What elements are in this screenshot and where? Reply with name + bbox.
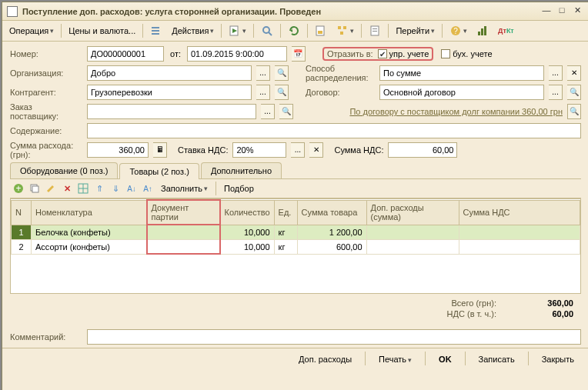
save-button[interactable]: Записать bbox=[470, 352, 523, 367]
content-field[interactable] bbox=[87, 123, 581, 138]
col-qty[interactable]: Количество bbox=[220, 200, 275, 225]
svg-rect-15 bbox=[373, 31, 377, 32]
actions-menu[interactable]: Действия▾ bbox=[168, 24, 218, 38]
vatsum-field[interactable]: 60,00 bbox=[388, 142, 457, 158]
debt-link[interactable]: По договору с поставщиком долг компании … bbox=[310, 107, 563, 116]
reflect-label: Отразить в: bbox=[327, 49, 373, 58]
ellipsis-icon[interactable]: ... bbox=[261, 104, 275, 119]
minimize-button[interactable]: — bbox=[540, 5, 553, 17]
svg-rect-20 bbox=[484, 26, 486, 35]
col-nom[interactable]: Номенклатура bbox=[32, 200, 147, 225]
svg-rect-11 bbox=[343, 26, 346, 29]
toolbar-tree-icon[interactable]: ▾ bbox=[332, 22, 358, 39]
close-button[interactable]: ✕ bbox=[570, 5, 584, 17]
grid-icon[interactable] bbox=[76, 182, 90, 195]
dog-label: Договор: bbox=[306, 88, 375, 97]
ellipsis-icon[interactable]: ... bbox=[549, 85, 563, 100]
go-menu[interactable]: Перейти▾ bbox=[392, 24, 439, 38]
col-vat[interactable]: Сумма НДС bbox=[459, 200, 580, 225]
delete-icon[interactable]: ✕ bbox=[60, 182, 74, 195]
vatsum-label: Сумма НДС: bbox=[334, 145, 383, 155]
svg-rect-10 bbox=[338, 26, 341, 29]
ok-button[interactable]: OK bbox=[430, 352, 460, 367]
ellipsis-icon[interactable]: ... bbox=[291, 142, 305, 158]
clear-icon[interactable]: ✕ bbox=[567, 65, 581, 81]
fill-menu[interactable]: Заполнить▾ bbox=[157, 182, 212, 195]
buh-checkbox[interactable]: бух. учете bbox=[441, 49, 492, 58]
col-doc[interactable]: Документ партии bbox=[147, 200, 220, 225]
toolbar-report-icon[interactable] bbox=[365, 22, 385, 39]
add-icon[interactable]: + bbox=[12, 182, 25, 195]
toolbar-list-icon[interactable] bbox=[146, 22, 166, 39]
date-picker-icon[interactable]: 📅 bbox=[292, 46, 306, 62]
ellipsis-icon[interactable]: ... bbox=[549, 65, 563, 81]
date-label: от: bbox=[170, 49, 181, 58]
toolbar-dtkt-icon[interactable]: ДтКт bbox=[494, 25, 518, 37]
date-field[interactable]: 01.09.2015 9:00:00 bbox=[187, 46, 287, 62]
table-row[interactable]: 1Белочка (конфеты)10,000кг1 200,00 bbox=[12, 225, 580, 239]
ellipsis-icon[interactable]: ... bbox=[256, 65, 270, 81]
calc-icon[interactable]: 🖩 bbox=[153, 142, 167, 158]
clear-icon[interactable]: ✕ bbox=[309, 142, 323, 158]
add-expenses-button[interactable]: Доп. расходы bbox=[290, 352, 360, 367]
table-row[interactable]: 2Ассорти (конфеты)10,000кг600,00 bbox=[12, 239, 580, 254]
tab-equipment[interactable]: Оборудование (0 поз.) bbox=[10, 162, 118, 178]
move-down-icon[interactable]: ⇓ bbox=[109, 182, 122, 195]
dist-label: Способ распределения: bbox=[306, 64, 375, 82]
svg-rect-9 bbox=[318, 31, 322, 34]
sort-desc-icon[interactable]: A↑ bbox=[141, 182, 155, 195]
toolbar-refresh-icon[interactable] bbox=[284, 22, 304, 39]
search-icon[interactable]: 🔍 bbox=[279, 104, 293, 119]
toolbar-play-icon[interactable]: ▾ bbox=[225, 22, 250, 39]
reflect-highlight: Отразить в: ✔ упр. учете bbox=[322, 47, 433, 61]
edit-icon[interactable] bbox=[44, 182, 58, 195]
toolbar-chart-icon[interactable] bbox=[473, 22, 493, 39]
prices-button[interactable]: Цены и валюта... bbox=[65, 24, 139, 38]
toolbar-post-icon[interactable] bbox=[311, 22, 331, 39]
check-icon: ✔ bbox=[378, 49, 387, 58]
comment-field[interactable] bbox=[87, 329, 581, 345]
window: Поступление доп. расходов: услуга сторон… bbox=[2, 2, 588, 390]
copy-icon[interactable] bbox=[28, 182, 42, 195]
col-n[interactable]: N bbox=[12, 200, 32, 225]
org-field[interactable]: Добро bbox=[87, 65, 252, 81]
toolbar-find-icon[interactable] bbox=[257, 22, 277, 39]
window-title: Поступление доп. расходов: услуга сторон… bbox=[22, 7, 538, 16]
tab-goods[interactable]: Товары (2 поз.) bbox=[119, 163, 199, 179]
col-sum[interactable]: Сумма товара bbox=[297, 200, 366, 225]
upr-checkbox[interactable]: ✔ упр. учете bbox=[378, 49, 429, 58]
toolbar: Операция▾ Цены и валюта... Действия▾ ▾ ▾… bbox=[2, 21, 588, 42]
move-up-icon[interactable]: ⇑ bbox=[92, 182, 106, 195]
contr-field[interactable]: Грузоперевозки bbox=[87, 85, 252, 100]
svg-rect-18 bbox=[478, 32, 480, 35]
col-unit[interactable]: Ед. bbox=[274, 200, 297, 225]
ellipsis-icon[interactable]: ... bbox=[256, 85, 270, 100]
vatrate-field[interactable]: 20% bbox=[232, 142, 286, 158]
print-menu[interactable]: Печать▾ bbox=[370, 352, 420, 367]
help-icon[interactable]: ?▾ bbox=[446, 22, 471, 39]
search-icon[interactable]: 🔍 bbox=[567, 85, 581, 100]
svg-rect-1 bbox=[152, 30, 159, 32]
sum-field[interactable]: 360,00 bbox=[87, 142, 149, 158]
totals: Всего (грн): 360,00 НДС (в т. ч.): 60,00 bbox=[10, 294, 581, 323]
sort-asc-icon[interactable]: A↓ bbox=[125, 182, 139, 195]
check-icon-empty bbox=[441, 49, 450, 58]
search-icon[interactable]: 🔍 bbox=[567, 104, 581, 119]
operation-menu[interactable]: Операция▾ bbox=[5, 24, 58, 38]
grid[interactable]: N Номенклатура Документ партии Количеств… bbox=[10, 198, 581, 294]
maximize-button[interactable]: □ bbox=[555, 5, 569, 17]
search-icon[interactable]: 🔍 bbox=[275, 65, 289, 81]
tab-additional[interactable]: Дополнительно bbox=[201, 162, 282, 178]
form-area: Номер: ДО000000001 от: 01.09.2015 9:00:0… bbox=[2, 42, 588, 326]
svg-rect-14 bbox=[373, 28, 377, 29]
vat-label: НДС (в т. ч.): bbox=[447, 309, 496, 318]
col-add[interactable]: Доп. расходы (сумма) bbox=[366, 200, 459, 225]
order-field[interactable] bbox=[87, 104, 256, 119]
dist-field[interactable]: По сумме bbox=[379, 65, 544, 81]
search-icon[interactable]: 🔍 bbox=[275, 85, 289, 100]
select-button[interactable]: Подбор bbox=[220, 182, 258, 195]
close-button[interactable]: Закрыть bbox=[533, 352, 583, 367]
dog-field[interactable]: Основной договор bbox=[379, 85, 544, 100]
number-field[interactable]: ДО000000001 bbox=[87, 46, 164, 62]
vatrate-label: Ставка НДС: bbox=[178, 145, 228, 155]
